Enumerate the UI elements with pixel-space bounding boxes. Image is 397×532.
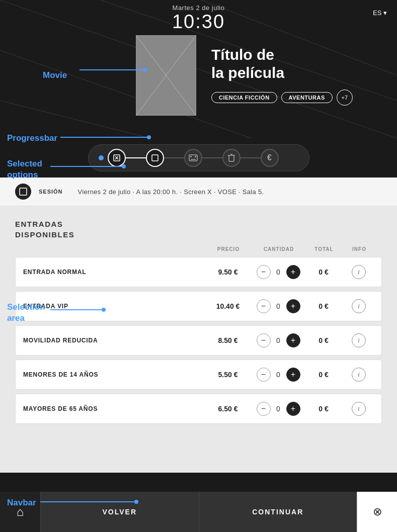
- step-circle-1[interactable]: [108, 149, 126, 167]
- session-section: SESIÓN Viernes 2 de julio · A las 20:00 …: [0, 178, 397, 206]
- movie-genres: CIENCIA FICCIÓN AVENTURAS +7: [211, 90, 353, 106]
- col-header-quantity: CANTIDAD: [254, 246, 304, 252]
- qty-value-3: 0: [275, 371, 282, 379]
- progress-step-1[interactable]: [108, 149, 126, 167]
- time-text: 10:30: [172, 12, 225, 33]
- info-btn-1[interactable]: i: [352, 299, 366, 313]
- close-icon: ⊗: [373, 505, 382, 518]
- ticket-price-4: 6.50 €: [203, 405, 253, 413]
- svg-point-10: [190, 156, 192, 157]
- ticket-type-3: MENORES DE 14 AÑOS: [23, 371, 203, 378]
- session-details: Viernes 2 de julio · A las 20:00 h. · Sc…: [78, 188, 264, 196]
- col-header-total: TOTAL: [304, 246, 344, 252]
- datetime-header: Martes 2 de julio 10:30: [172, 4, 225, 33]
- ticket-total-0: 0 €: [303, 268, 344, 276]
- ticket-price-3: 5.50 €: [203, 371, 253, 379]
- section-title: ENTRADAS DISPONIBLES: [15, 219, 382, 240]
- step-line-1: [126, 157, 146, 158]
- info-btn-4[interactable]: i: [352, 402, 366, 416]
- quantity-control-2: − 0 +: [253, 333, 303, 347]
- navbar: ⌂ VOLVER CONTINUAR ⊗: [0, 492, 397, 532]
- language-selector[interactable]: ES ▾: [373, 9, 387, 17]
- movie-section: Martes 2 de julio 10:30 ES ▾ Título de l…: [0, 0, 397, 138]
- ticket-total-2: 0 €: [303, 336, 344, 344]
- qty-value-0: 0: [275, 268, 282, 276]
- ticket-row-1: ENTRADA VIP 10.40 € − 0 + 0 € i: [15, 291, 382, 321]
- table-header: PRECIO CANTIDAD TOTAL INFO: [15, 244, 382, 254]
- movie-poster: [136, 35, 196, 116]
- ticket-row-2: MOVILIDAD REDUCIDA 8.50 € − 0 + 0 € i: [15, 325, 382, 356]
- qty-minus-2[interactable]: −: [257, 333, 271, 347]
- ticket-total-1: 0 €: [303, 302, 344, 310]
- svg-point-11: [195, 156, 196, 157]
- ticket-total-4: 0 €: [303, 405, 344, 413]
- date-text: Martes 2 de julio: [172, 4, 225, 12]
- step-line-4: [241, 157, 261, 158]
- qty-minus-4[interactable]: −: [257, 402, 271, 416]
- step-circle-2[interactable]: [146, 149, 164, 167]
- col-header-type: [23, 246, 203, 252]
- genre-more-button[interactable]: +7: [337, 90, 353, 106]
- progress-step-3[interactable]: [184, 149, 202, 167]
- qty-minus-3[interactable]: −: [257, 368, 271, 382]
- quantity-control-4: − 0 +: [253, 402, 303, 416]
- progressbar-section: €: [0, 138, 397, 178]
- genre-tag-scifi[interactable]: CIENCIA FICCIÓN: [211, 92, 277, 103]
- step-line-3: [202, 157, 222, 158]
- progress-step-5[interactable]: €: [261, 149, 279, 167]
- movie-info-area: Título de la película CIENCIA FICCIÓN AV…: [136, 35, 353, 116]
- svg-rect-9: [189, 155, 197, 161]
- step-line-2: [164, 157, 184, 158]
- ticket-row-4: MAYORES DE 65 AÑOS 6.50 € − 0 + 0 € i: [15, 394, 382, 424]
- quantity-control-1: − 0 +: [253, 299, 303, 313]
- ticket-row-3: MENORES DE 14 AÑOS 5.50 € − 0 + 0 € i: [15, 360, 382, 390]
- ticket-total-3: 0 €: [303, 371, 344, 379]
- qty-plus-4[interactable]: +: [286, 402, 300, 416]
- qty-value-2: 0: [275, 336, 282, 344]
- qty-minus-0[interactable]: −: [257, 265, 271, 279]
- col-header-info: INFO: [344, 246, 374, 252]
- session-icon: [15, 184, 31, 200]
- home-button[interactable]: ⌂: [0, 492, 40, 532]
- qty-value-1: 0: [275, 302, 282, 310]
- main-content: ENTRADAS DISPONIBLES PRECIO CANTIDAD TOT…: [0, 206, 397, 473]
- progress-step-4[interactable]: [222, 149, 241, 167]
- progressbar: €: [88, 144, 309, 171]
- step-circle-4[interactable]: [222, 149, 241, 167]
- qty-plus-1[interactable]: +: [286, 299, 300, 313]
- ticket-type-0: ENTRADA NORMAL: [23, 269, 203, 276]
- qty-value-4: 0: [275, 405, 282, 413]
- info-btn-3[interactable]: i: [352, 368, 366, 382]
- home-icon: ⌂: [17, 505, 24, 519]
- qty-plus-0[interactable]: +: [286, 265, 300, 279]
- movie-title: Título de la película: [211, 46, 353, 82]
- ticket-price-2: 8.50 €: [203, 336, 253, 344]
- qty-plus-2[interactable]: +: [286, 333, 300, 347]
- session-label: SESIÓN: [39, 189, 63, 195]
- movie-details: Título de la película CIENCIA FICCIÓN AV…: [211, 46, 353, 106]
- ticket-price-1: 10.40 €: [203, 302, 253, 310]
- svg-rect-15: [20, 188, 27, 195]
- ticket-row-0: ENTRADA NORMAL 9.50 € − 0 + 0 € i: [15, 257, 382, 287]
- close-button[interactable]: ⊗: [357, 492, 397, 532]
- progress-indicator-dot: [99, 155, 104, 160]
- qty-plus-3[interactable]: +: [286, 368, 300, 382]
- info-btn-0[interactable]: i: [352, 265, 366, 279]
- quantity-control-3: − 0 +: [253, 368, 303, 382]
- volver-button[interactable]: VOLVER: [40, 492, 199, 532]
- ticket-price-0: 9.50 €: [203, 268, 253, 276]
- info-btn-2[interactable]: i: [352, 333, 366, 347]
- quantity-control-0: − 0 +: [253, 265, 303, 279]
- svg-rect-8: [152, 155, 158, 161]
- ticket-type-4: MAYORES DE 65 AÑOS: [23, 405, 203, 412]
- step-circle-5[interactable]: €: [261, 149, 279, 167]
- qty-minus-1[interactable]: −: [257, 299, 271, 313]
- genre-tag-adventure[interactable]: AVENTURAS: [281, 92, 333, 103]
- step-circle-3[interactable]: [184, 149, 202, 167]
- progress-step-2[interactable]: [146, 149, 164, 167]
- col-header-price: PRECIO: [203, 246, 254, 252]
- continuar-button[interactable]: CONTINUAR: [199, 492, 357, 532]
- svg-line-4: [0, 101, 151, 138]
- ticket-type-1: ENTRADA VIP: [23, 303, 203, 310]
- ticket-type-2: MOVILIDAD REDUCIDA: [23, 337, 203, 344]
